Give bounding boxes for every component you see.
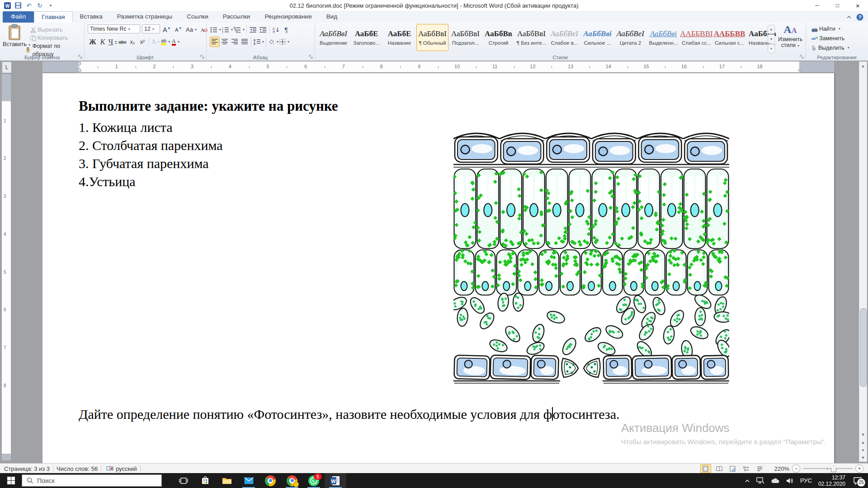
view-reading-button[interactable]: [714, 464, 725, 473]
zoom-level[interactable]: 220%: [774, 465, 789, 472]
vertical-ruler[interactable]: 12345678: [2, 74, 11, 460]
dialog-launcher-icon[interactable]: [800, 55, 805, 60]
line-spacing-button[interactable]: ▾: [253, 37, 264, 47]
tab-Ссылки[interactable]: Ссылки: [179, 11, 216, 23]
tab-Рассылки[interactable]: Рассылки: [216, 11, 258, 23]
style-item[interactable]: АаБбВвІ ¶ Обычный: [416, 24, 448, 51]
whatsapp-button[interactable]: 5: [303, 473, 325, 488]
tray-clock[interactable]: 12:37 02.12.2020: [818, 474, 845, 487]
ribbon-collapse-icon[interactable]: [846, 15, 852, 19]
maximize-button[interactable]: □: [827, 0, 848, 11]
page[interactable]: Выполните задание: укажите на рисунке 1.…: [42, 73, 834, 463]
italic-button[interactable]: К: [98, 37, 108, 47]
style-item[interactable]: АаБбВві Сильное ...: [581, 24, 613, 51]
font-color-button[interactable]: А▾: [170, 37, 180, 47]
right-indent-marker-icon[interactable]: [797, 67, 803, 72]
tab-Рецензирование[interactable]: Рецензирование: [257, 11, 319, 23]
view-print-layout-button[interactable]: [700, 464, 711, 473]
word-button[interactable]: W: [325, 473, 346, 488]
dialog-launcher-icon[interactable]: [309, 55, 314, 60]
subscript-button[interactable]: x₂: [127, 37, 137, 47]
font-family-select[interactable]: Times New Rc▾: [88, 24, 140, 33]
align-center-button[interactable]: [220, 37, 230, 47]
taskbar-search[interactable]: Поиск: [22, 474, 162, 487]
dialog-launcher-icon[interactable]: [78, 55, 83, 60]
style-item[interactable]: АаБбВв Строгий: [482, 24, 514, 51]
change-styles-button[interactable]: АА Изменитьстили▾: [777, 23, 804, 49]
style-item[interactable]: АаБбВві Выделенн...: [647, 24, 679, 51]
tray-language[interactable]: РУС: [800, 477, 812, 484]
network-icon[interactable]: [756, 477, 764, 484]
multilevel-list-button[interactable]: ▾: [233, 24, 245, 35]
change-case-button[interactable]: Аа▾: [185, 24, 197, 35]
onedrive-icon[interactable]: [771, 478, 780, 483]
file-explorer-button[interactable]: [216, 473, 238, 488]
bullets-button[interactable]: ▾: [210, 24, 222, 35]
chrome-button[interactable]: [259, 473, 281, 488]
style-item[interactable]: АаБбВеІ Слабое в...: [548, 24, 580, 51]
close-button[interactable]: ×: [848, 0, 868, 11]
tray-expand-icon[interactable]: [745, 479, 750, 483]
style-item[interactable]: АаБбВвІ Выделение: [317, 24, 349, 51]
save-icon[interactable]: [14, 2, 22, 9]
redo-icon[interactable]: ↻: [36, 2, 43, 9]
tab-file[interactable]: Файл: [3, 11, 34, 23]
numbering-button[interactable]: 123▾: [222, 24, 233, 35]
style-item[interactable]: АаБбЕ Заголово...: [350, 24, 382, 51]
styles-more-icon[interactable]: ▾: [768, 44, 775, 53]
style-item[interactable]: ААББВВ Сильная с...: [713, 24, 745, 51]
browser-2-button[interactable]: [281, 473, 303, 488]
dialog-launcher-icon[interactable]: [200, 55, 205, 60]
font-size-select[interactable]: 12▾: [142, 24, 160, 33]
tab-Вставка[interactable]: Вставка: [73, 11, 110, 23]
zoom-out-button[interactable]: −: [792, 465, 800, 473]
superscript-button[interactable]: x²: [137, 37, 147, 47]
styles-scroll-up-icon[interactable]: ▲: [768, 25, 775, 34]
undo-icon[interactable]: ↶: [25, 2, 33, 9]
notification-icon[interactable]: 25: [852, 475, 863, 487]
scroll-up-icon[interactable]: ▲: [859, 62, 867, 70]
help-icon[interactable]: ?: [856, 14, 863, 21]
vertical-scrollbar[interactable]: ▲ ▼ ▲ ● ▼: [859, 61, 867, 462]
style-item[interactable]: АаБбЕ Название: [383, 24, 415, 51]
tab-Вид[interactable]: Вид: [319, 11, 344, 23]
store-button[interactable]: [194, 473, 216, 488]
task-view-button[interactable]: [173, 473, 194, 488]
style-item[interactable]: АаБбВвІ Подзагол...: [449, 24, 481, 51]
style-item[interactable]: АаБбВеІ Цитата 2: [614, 24, 646, 51]
underline-button[interactable]: Ч▾: [108, 37, 118, 47]
mail-button[interactable]: [238, 473, 259, 488]
align-left-button[interactable]: [210, 37, 220, 47]
view-outline-button[interactable]: [741, 464, 752, 473]
shrink-font-button[interactable]: А▼: [174, 24, 184, 35]
increase-indent-button[interactable]: [258, 24, 268, 35]
strikethrough-button[interactable]: abc: [118, 37, 127, 47]
tab-selector-button[interactable]: L: [2, 61, 12, 73]
page-up-icon[interactable]: ▲: [859, 438, 867, 446]
style-item[interactable]: АаБбВвІ ¶ Без инте...: [515, 24, 547, 51]
qat-dropdown-icon[interactable]: ▾: [47, 2, 54, 9]
shading-button[interactable]: ▾: [268, 37, 279, 47]
highlight-button[interactable]: ab▾: [160, 37, 170, 47]
zoom-slider[interactable]: [803, 468, 853, 469]
show-marks-button[interactable]: ¶: [281, 24, 291, 35]
style-item[interactable]: ААББВВІ Слабая сс...: [680, 24, 712, 51]
borders-button[interactable]: ▾: [279, 37, 290, 47]
minimize-button[interactable]: ─: [807, 0, 827, 11]
grow-font-button[interactable]: А▲: [162, 24, 172, 35]
status-word-count[interactable]: Число слов: 56: [57, 465, 98, 472]
status-language[interactable]: русский: [116, 465, 137, 472]
replace-button[interactable]: ab Заменить: [809, 33, 847, 43]
scroll-down-icon[interactable]: ▼: [859, 431, 867, 438]
zoom-thumb[interactable]: [831, 466, 836, 472]
justify-button[interactable]: [240, 37, 250, 47]
browse-object-icon[interactable]: ●: [859, 446, 867, 454]
decrease-indent-button[interactable]: [248, 24, 258, 35]
start-button[interactable]: [0, 473, 22, 488]
view-draft-button[interactable]: [755, 464, 765, 473]
page-down-icon[interactable]: ▼: [859, 454, 867, 461]
proofing-error-icon[interactable]: [106, 465, 114, 472]
bold-button[interactable]: Ж: [88, 37, 98, 47]
sort-button[interactable]: АЯ: [271, 24, 281, 35]
align-right-button[interactable]: [230, 37, 240, 47]
